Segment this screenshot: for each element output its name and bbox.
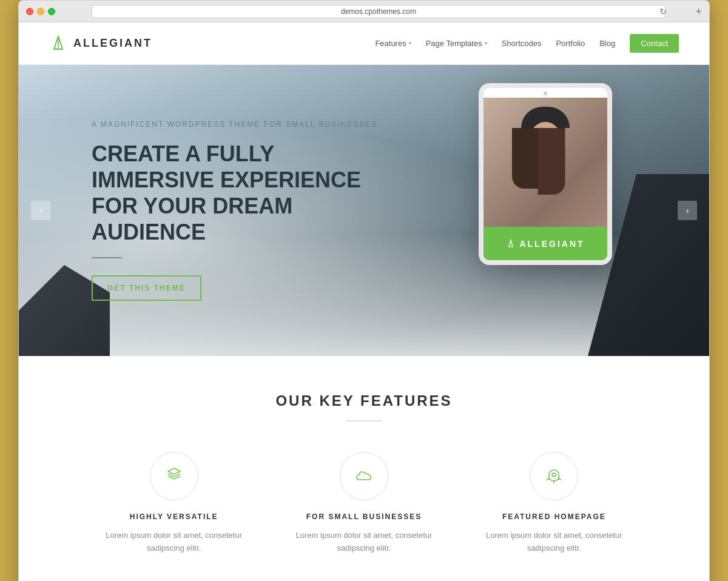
feature-icon-layers <box>150 452 198 500</box>
chevron-right-icon: › <box>686 206 689 215</box>
nav-links: Features ▾ Page Templates ▾ Shortcodes P… <box>375 34 679 53</box>
tablet-screen: ALLEGIANT <box>484 98 607 260</box>
nav-portfolio[interactable]: Portfolio <box>556 39 585 48</box>
nav-features-arrow: ▾ <box>409 41 411 46</box>
feature-item-1: HIGHLY VERSATILE Lorem ipsum dolor sit a… <box>91 452 257 555</box>
hero-subtitle: A MAGNIFICENT WORDPRESS THEME FOR SMALL … <box>92 120 383 129</box>
feature-1-title: HIGHLY VERSATILE <box>130 512 218 521</box>
feature-2-desc: Lorem ipsum dolor sit amet, consetetur s… <box>281 529 447 555</box>
navigation: ALLEGIANT Features ▾ Page Templates ▾ Sh… <box>19 22 709 65</box>
hero-section: A MAGNIFICENT WORDPRESS THEME FOR SMALL … <box>19 65 709 356</box>
browser-window: demos.cpothemes.com ↻ + ALLEGIANT Featur… <box>18 0 710 581</box>
url-bar[interactable]: demos.cpothemes.com <box>92 5 666 18</box>
hero-divider <box>92 257 122 258</box>
tablet-logo-icon <box>506 239 516 249</box>
tablet-overlay: ALLEGIANT <box>484 227 607 260</box>
feature-icon-cloud <box>340 452 388 500</box>
nav-features-label: Features <box>375 39 406 48</box>
features-section-title: OUR KEY FEATURES <box>49 392 679 409</box>
feature-2-title: FOR SMALL BUSINESSES <box>306 512 422 521</box>
feature-3-title: FEATURED HOMEPAGE <box>502 512 606 521</box>
hero-cta-button[interactable]: GET THIS THEME <box>92 275 201 301</box>
feature-icon-rocket <box>530 452 578 500</box>
tablet-camera <box>544 92 547 95</box>
close-button[interactable] <box>26 8 33 15</box>
logo-text: ALLEGIANT <box>73 37 152 50</box>
nav-page-templates-label: Page Templates <box>426 39 482 48</box>
browser-titlebar: demos.cpothemes.com ↻ + <box>19 1 709 22</box>
cloud-icon <box>354 468 374 485</box>
refresh-icon[interactable]: ↻ <box>659 7 667 16</box>
nav-blog[interactable]: Blog <box>599 39 615 48</box>
hero-content: A MAGNIFICENT WORDPRESS THEME FOR SMALL … <box>19 120 383 301</box>
carousel-prev-button[interactable]: ‹ <box>31 201 50 220</box>
website-content: ALLEGIANT Features ▾ Page Templates ▾ Sh… <box>19 22 709 581</box>
rocket-icon <box>545 468 562 485</box>
nav-features[interactable]: Features ▾ <box>375 39 411 48</box>
minimize-button[interactable] <box>37 8 44 15</box>
layers-icon <box>166 468 183 485</box>
tablet-mockup: ALLEGIANT <box>479 83 612 265</box>
features-section: OUR KEY FEATURES HIGHLY VERSATILE Lorem … <box>19 356 709 581</box>
url-text: demos.cpothemes.com <box>341 7 416 16</box>
features-divider <box>346 420 382 421</box>
contact-button[interactable]: Contact <box>630 34 679 53</box>
hero-title: CREATE A FULLY IMMERSIVE EXPERIENCE FOR … <box>92 141 383 246</box>
nav-page-templates-arrow: ▾ <box>485 41 487 46</box>
nav-portfolio-label: Portfolio <box>556 39 585 48</box>
maximize-button[interactable] <box>48 8 55 15</box>
svg-point-4 <box>552 473 556 477</box>
feature-1-desc: Lorem ipsum dolor sit amet, consetetur s… <box>91 529 257 555</box>
nav-page-templates[interactable]: Page Templates ▾ <box>426 39 487 48</box>
tablet-brand: ALLEGIANT <box>506 239 584 249</box>
tablet-brand-text: ALLEGIANT <box>519 239 584 249</box>
carousel-next-button[interactable]: › <box>678 201 697 220</box>
chevron-left-icon: ‹ <box>39 206 42 215</box>
feature-3-desc: Lorem ipsum dolor sit amet, consetetur s… <box>471 529 637 555</box>
new-tab-icon[interactable]: + <box>695 6 702 17</box>
feature-item-2: FOR SMALL BUSINESSES Lorem ipsum dolor s… <box>281 452 447 555</box>
features-grid: HIGHLY VERSATILE Lorem ipsum dolor sit a… <box>91 452 637 555</box>
logo-icon <box>49 35 67 53</box>
nav-blog-label: Blog <box>599 39 615 48</box>
nav-shortcodes[interactable]: Shortcodes <box>502 39 542 48</box>
logo[interactable]: ALLEGIANT <box>49 35 152 53</box>
feature-item-3: FEATURED HOMEPAGE Lorem ipsum dolor sit … <box>471 452 637 555</box>
browser-traffic-lights <box>26 8 55 15</box>
nav-shortcodes-label: Shortcodes <box>502 39 542 48</box>
